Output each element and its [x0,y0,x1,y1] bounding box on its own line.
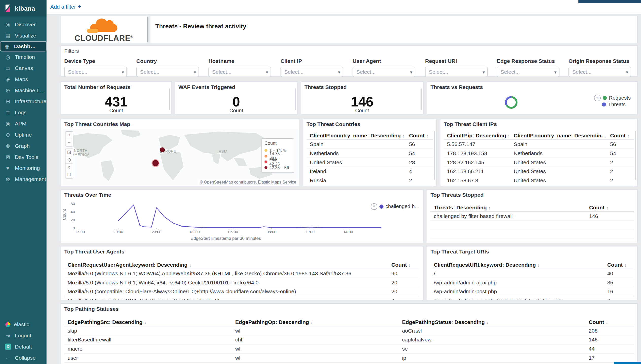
sidebar-item-graph[interactable]: ⊚Graph [0,140,46,152]
sidebar-item-uptime[interactable]: ⊙Uptime [0,129,46,140]
edge-response-status-select[interactable]: Select...▾ [497,67,560,77]
column-header[interactable]: Count↕ [388,262,420,268]
map-circle-tool-button[interactable]: ○ [65,164,73,171]
legend-item-threats[interactable]: Threats [608,102,626,107]
column-header[interactable]: Count↕ [586,204,634,210]
sidebar-item-discover[interactable]: ◎Discover [0,19,46,30]
sidebar-item-timelion[interactable]: ◷Timelion [0,51,46,63]
page-title: Threats - Review threat activity [155,23,246,30]
map-zoom-controls: + − [65,131,73,147]
table-row: Mozilla/5.0 (compatible; CloudFlare-Alwa… [64,287,420,296]
request-uri-select[interactable]: Select...▾ [425,67,488,77]
table-row: userwlip17 [64,353,634,362]
filter-request-uri: Request URI Select...▾ [425,58,488,77]
column-header[interactable]: Count↕ [585,319,634,325]
table-header-row: ClientRequestUserAgent.keyword: Descendi… [64,261,420,269]
table-row: challenged by filter based firewall146 [430,212,634,221]
sidebar-item-logs[interactable]: ≣Logs [0,107,46,118]
sidebar-item-label: Management [15,176,46,182]
kibana-logo[interactable]: kibana [0,0,46,16]
sidebar-item-canvas[interactable]: ▭Canvas [0,63,46,74]
map-polygon-tool-button[interactable]: ◇ [65,156,73,164]
sidebar-item-label: Logout [15,333,31,339]
legend-toggle-icon[interactable]: « [594,95,601,101]
sidebar-item-management[interactable]: ⊗Management [0,174,46,185]
sidebar-item-label: Collapse [15,355,36,361]
column-header[interactable]: ClientIP.ip: Descending↕ [444,132,510,138]
sidebar-item-label: Maps [15,76,28,82]
map-rect-tool-button[interactable]: □ [65,171,73,178]
sidebar-item-default-space[interactable]: DDefault [0,341,46,352]
user-agent-select[interactable]: Select...▾ [353,67,415,77]
column-header[interactable]: Count↕ [406,132,433,138]
column-header[interactable]: EdgePathingStatus: Descending↕ [399,319,585,325]
column-header[interactable]: EdgePathingSrc: Descending↕ [64,319,232,325]
map-attribution-link[interactable]: © OpenStreetMap contributors, Elastic Ma… [198,179,298,185]
origin-response-status-select[interactable]: Select...▾ [568,67,631,77]
legend-toggle-icon[interactable]: « [371,203,377,210]
map-fit-tool-button[interactable]: ⊡ [65,149,73,156]
cell-ip: 178.128.193.158 [444,150,510,156]
zoom-out-button[interactable]: − [65,139,73,146]
panel-scrollbar[interactable] [434,131,435,180]
column-header[interactable]: ClientRequestURI.keyword: Descending↕ [430,262,604,268]
sidebar-item-logout[interactable]: ⇥Logout [0,330,46,341]
panel-scrollbar[interactable] [635,131,636,180]
column-header[interactable]: Threats: Descending↕ [430,204,586,210]
column-header[interactable]: Count↕ [604,262,634,268]
cell-status: ip [399,355,585,361]
panel-title: Top Threats Stopped [430,192,483,198]
legend-item-requests[interactable]: Requests [609,95,631,101]
sidebar-item-apm[interactable]: ◉APM [0,118,46,129]
column-header-label: ClientRequestUserAgent.keyword: Descendi… [68,262,188,268]
cloudflare-brand-text: CLOUDFLARE [75,34,131,42]
legend-item-challenged[interactable]: challenged b... [385,204,419,210]
country-select[interactable]: Select...▾ [136,67,199,77]
donut-legend: « Requests Threats [594,95,631,108]
sidebar-item-dashboard[interactable]: ▦Dashboard [0,41,46,51]
cell-count: 54 [406,150,433,156]
panel-scrollbar[interactable] [169,88,170,110]
sort-icon: ↕ [508,134,510,138]
client-ip-select[interactable]: Select...▾ [281,67,343,77]
column-header[interactable]: ClientIP.country_name: Descending↕ [307,132,406,138]
zoom-in-button[interactable]: + [65,132,73,139]
add-filter-button[interactable]: Add a filter + [50,3,81,10]
sidebar-item-visualize[interactable]: ▤Visualize [0,30,46,41]
sort-icon: ↕ [402,134,404,138]
cell-country: Spain [510,141,607,147]
threats-over-time-panel: Threats Over Time 604020017:0020:0023:00… [61,189,424,243]
sort-icon: ↕ [627,134,629,138]
map-marker-netherlands[interactable] [153,160,159,166]
time-chart-legend: « challenged b... [371,203,419,210]
sidebar-item-maps[interactable]: ◈Maps [0,74,46,85]
legend-dot-requests [603,96,607,100]
cell-country: United States [307,159,406,165]
sidebar-item-monitoring[interactable]: ♥Monitoring [0,162,46,174]
sort-icon: ↕ [488,206,491,210]
panel-drag-handle[interactable] [147,17,148,42]
sidebar-item-machine-learning[interactable]: ⊛Machine Le... [0,85,46,96]
sort-icon: ↕ [486,320,488,324]
column-header[interactable]: ClientRequestUserAgent.keyword: Descendi… [64,262,388,268]
panel-scrollbar[interactable] [420,88,422,110]
sidebar-item-elastic[interactable]: elastic [0,319,46,330]
sort-icon: ↕ [311,320,313,324]
column-header[interactable]: ClientIP.country_name: Descending↕ [510,132,607,138]
sidebar-item-infrastructure[interactable]: ⊟Infrastructure [0,96,46,107]
sidebar-collapse-button[interactable]: ←Collapse [0,352,46,363]
panel-scrollbar[interactable] [295,88,296,110]
filter-bar: Add a filter + [46,0,641,14]
column-header[interactable]: Count↕ [607,132,634,138]
world-map[interactable]: NORTH AMERICA EUROPE ASIA + − ⊡ ◇ ○ □ Co… [63,129,299,185]
hostname-select[interactable]: Select...▾ [208,67,271,77]
sidebar-item-dev-tools[interactable]: ⊠Dev Tools [0,151,46,162]
sidebar-item-label: APM [15,121,26,127]
map-marker-spain[interactable] [160,147,165,152]
cell-status: captchaNew [399,337,585,343]
cloudflare-logo: CLOUDFLARE® [75,19,133,43]
space-badge-icon: D [5,344,11,350]
column-header[interactable]: EdgePathingOp: Descending↕ [232,319,399,325]
panel-title: Top Pathing Statuses [64,306,119,312]
device-type-select[interactable]: Select...▾ [64,67,127,77]
